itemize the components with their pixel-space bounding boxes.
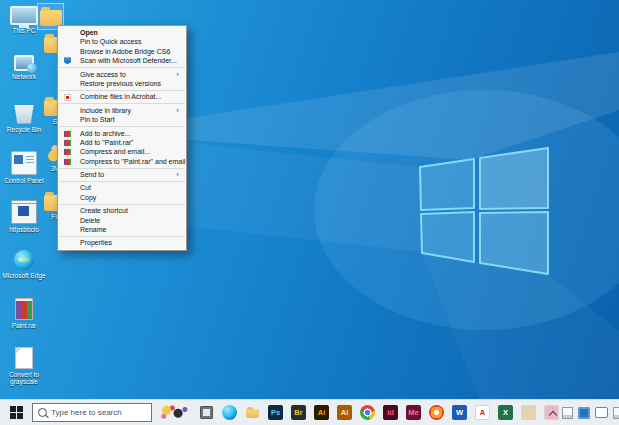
menu-item-label: Include in library — [80, 107, 131, 114]
menu-item-label: Give access to — [80, 71, 126, 78]
search-icon — [38, 408, 47, 417]
scan-with-defender[interactable]: Scan with Microsoft Defender... — [58, 56, 186, 65]
desktop-icon-glyph — [14, 55, 34, 71]
menu-separator — [59, 236, 185, 237]
menu-item-icon — [64, 158, 71, 165]
desktop-icon-glyph — [10, 6, 38, 25]
menu-item-label: Copy — [80, 194, 96, 201]
chrome[interactable] — [360, 405, 375, 420]
menu-separator — [59, 103, 185, 104]
httpsbbcio-shortcut[interactable]: httpsbbcio — [2, 200, 46, 245]
browse-in-adobe-bridge[interactable]: Browse in Adobe Bridge CS6 — [58, 47, 186, 56]
desktop-icon-label: Control Panel — [4, 177, 43, 184]
adobe-bridge[interactable]: Br — [291, 405, 306, 420]
desktop-icon-glyph — [12, 102, 36, 124]
taskbar: Type here to search — [0, 400, 619, 425]
clipped-tray-icon[interactable] — [613, 407, 619, 419]
menu-item-label: Send to — [80, 171, 104, 178]
media-encoder[interactable]: Me — [406, 405, 421, 420]
desktop-icon-glyph — [11, 200, 37, 224]
include-in-library[interactable]: Include in library — [58, 106, 186, 115]
excel[interactable]: X — [498, 405, 513, 420]
notes-tray-icon[interactable] — [562, 407, 573, 419]
photoshop[interactable]: Ps — [268, 405, 283, 420]
brush-app[interactable] — [521, 405, 536, 420]
compress-and-email[interactable]: Compress and email... — [58, 147, 186, 156]
pin-to-quick-access[interactable]: Pin to Quick access — [58, 37, 186, 46]
menu-item-label: Pin to Start — [80, 116, 115, 123]
delete[interactable]: Delete — [58, 216, 186, 225]
microsoft-edge[interactable] — [222, 405, 237, 420]
indesign[interactable]: Id — [383, 405, 398, 420]
desktop-icon-label: Microsoft Edge — [2, 272, 45, 279]
menu-item-label: Scan with Microsoft Defender... — [80, 57, 177, 64]
taskbar-search[interactable]: Type here to search — [32, 403, 152, 422]
menu-item-icon — [64, 94, 71, 101]
send-to[interactable]: Send to — [58, 170, 186, 179]
create-shortcut[interactable]: Create shortcut — [58, 206, 186, 215]
menu-item-label: Add to "Paint.rar" — [80, 139, 134, 146]
properties[interactable]: Properties — [58, 238, 186, 247]
menu-separator — [59, 126, 185, 127]
menu-separator — [59, 90, 185, 91]
context-menu: Open Pin to Quick access Browse in Adobe… — [57, 25, 187, 251]
menu-separator — [59, 168, 185, 169]
acrobat[interactable]: A — [475, 405, 490, 420]
menu-item-icon — [64, 148, 71, 155]
desktop-icon-glyph — [15, 298, 33, 320]
file-explorer[interactable] — [245, 405, 260, 420]
word[interactable]: W — [452, 405, 467, 420]
paint-rar[interactable]: Paint.rar — [2, 298, 46, 343]
app-tray-icon[interactable] — [578, 407, 590, 419]
cut[interactable]: Cut — [58, 183, 186, 192]
menu-item-label: Restore previous versions — [80, 80, 161, 87]
menu-item-label: Delete — [80, 217, 100, 224]
desktop-icon-glyph — [14, 250, 34, 270]
desktop-icon-column: This PC Network Recycle Bin Control Pane… — [2, 4, 46, 392]
menu-item-label: Create shortcut — [80, 207, 128, 214]
desktop-icon-label: Recycle Bin — [7, 126, 41, 133]
task-view[interactable] — [199, 405, 214, 420]
menu-separator — [59, 67, 185, 68]
menu-item-label: Combine files in Acrobat... — [80, 93, 161, 100]
chrome-secondary[interactable] — [429, 405, 444, 420]
taskbar-icons: Ps Br Ai Ai Id — [157, 405, 559, 420]
pin-to-start[interactable]: Pin to Start — [58, 115, 186, 124]
combine-files-in-acrobat[interactable]: Combine files in Acrobat... — [58, 92, 186, 101]
desktop-icon-glyph — [11, 151, 37, 175]
menu-item-label: Pin to Quick access — [80, 38, 141, 45]
network[interactable]: Network — [2, 53, 46, 98]
menu-item-icon — [64, 139, 71, 146]
add-to-archive[interactable]: Add to archive... — [58, 129, 186, 138]
menu-item-label: Compress to "Paint.rar" and email — [80, 158, 185, 165]
chat-tray-icon[interactable] — [595, 407, 608, 418]
hidden-icons-chevron[interactable] — [549, 409, 557, 417]
convert-to-grayscale[interactable]: Convert to grayscale — [2, 347, 46, 392]
illustrator-alt[interactable]: Ai — [337, 405, 352, 420]
menu-separator — [59, 204, 185, 205]
this-pc[interactable]: This PC — [2, 4, 46, 49]
control-panel[interactable]: Control Panel — [2, 151, 46, 196]
give-access-to[interactable]: Give access to — [58, 70, 186, 79]
rename[interactable]: Rename — [58, 225, 186, 234]
menu-item-label: Cut — [80, 184, 91, 191]
restore-previous-versions[interactable]: Restore previous versions — [58, 79, 186, 88]
desktop-icon-label: Network — [12, 73, 36, 80]
copy[interactable]: Copy — [58, 193, 186, 202]
menu-item-label: Browse in Adobe Bridge CS6 — [80, 48, 170, 55]
illustrator[interactable]: Ai — [314, 405, 329, 420]
menu-item-label: Properties — [80, 239, 112, 246]
start-button[interactable] — [0, 400, 32, 425]
search-highlights[interactable] — [157, 405, 191, 420]
desktop-icon-label: This PC — [12, 27, 35, 34]
recycle-bin[interactable]: Recycle Bin — [2, 102, 46, 147]
open[interactable]: Open — [58, 28, 186, 37]
menu-item-label: Add to archive... — [80, 130, 131, 137]
system-tray — [549, 400, 619, 425]
add-to-paint-rar[interactable]: Add to "Paint.rar" — [58, 138, 186, 147]
compress-to-paint-rar[interactable]: Compress to "Paint.rar" and email — [58, 157, 186, 166]
microsoft-edge[interactable]: Microsoft Edge — [2, 249, 46, 294]
search-placeholder: Type here to search — [51, 408, 122, 417]
desktop-icon-label: Convert to grayscale — [2, 371, 46, 385]
menu-separator — [59, 181, 185, 182]
